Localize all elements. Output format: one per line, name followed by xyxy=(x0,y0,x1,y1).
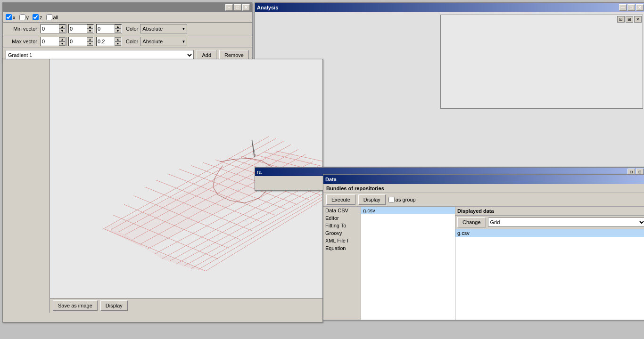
max-v1-up[interactable]: ▲ xyxy=(59,37,66,41)
min-vector-label: Min vector: xyxy=(6,26,39,32)
ra-text: ra xyxy=(257,169,262,175)
max-v2-arrows: ▲ ▼ xyxy=(87,37,93,46)
analysis-titlebar: Analysis — □ ✕ xyxy=(255,3,644,12)
min-v1-down[interactable]: ▼ xyxy=(59,29,66,33)
viz-side-panel xyxy=(3,59,50,313)
min-vector-row: Min vector: ▲ ▼ ▲ ▼ ▲ ▼ Color Absolute xyxy=(3,23,252,35)
max-vector-row: Max vector: ▲ ▼ ▲ ▼ ▲ ▼ Color Absolute xyxy=(3,35,252,48)
display-button[interactable]: Display xyxy=(100,300,128,311)
max-v2-up[interactable]: ▲ xyxy=(87,37,93,41)
displayed-item-gcsv[interactable]: g.csv xyxy=(455,229,644,237)
min-v1-arrows: ▲ ▼ xyxy=(59,24,66,33)
min-v2-down[interactable]: ▼ xyxy=(87,29,93,33)
checkbox-all-label: all xyxy=(53,15,58,20)
gradient-close-btn[interactable]: ✕ xyxy=(242,4,250,11)
min-v1-up[interactable]: ▲ xyxy=(59,24,66,29)
analysis-inner-titlebar: ⊡ ⊞ ✕ xyxy=(441,15,643,24)
bundle-list: Data CSV Editor Fitting To Groovy XML Fi… xyxy=(323,207,361,320)
bundle-item-equation[interactable]: Equation xyxy=(323,244,361,252)
checkbox-z[interactable] xyxy=(33,14,39,20)
checkbox-all[interactable] xyxy=(46,14,52,20)
min-v2-up[interactable]: ▲ xyxy=(87,24,93,29)
bundle-item-editor[interactable]: Editor xyxy=(323,214,361,222)
viz-window: Save as image Display xyxy=(2,59,323,323)
data-body: Data CSV Editor Fitting To Groovy XML Fi… xyxy=(323,207,644,320)
as-group-checkbox[interactable] xyxy=(388,197,395,203)
bundle-item-xmlfile[interactable]: XML File I xyxy=(323,237,361,244)
inner-restore-btn[interactable]: ⊡ xyxy=(617,16,625,23)
gradient-window-titlebar: − □ ✕ xyxy=(3,3,252,12)
checkbox-y[interactable] xyxy=(19,14,25,20)
min-v3-spinbox[interactable]: ▲ ▼ xyxy=(96,24,122,33)
max-color-dropdown[interactable]: Absolute xyxy=(140,37,187,46)
display-data-button[interactable]: Display xyxy=(358,194,386,205)
max-v3-spinbox[interactable]: ▲ ▼ xyxy=(96,37,122,46)
gradient-window-buttons: − □ ✕ xyxy=(225,4,250,11)
save-as-image-button[interactable]: Save as image xyxy=(53,300,98,311)
max-v1-spinbox[interactable]: ▲ ▼ xyxy=(41,37,66,46)
max-v1-arrows: ▲ ▼ xyxy=(59,37,66,46)
min-v1-spinbox[interactable]: ▲ ▼ xyxy=(41,24,66,33)
grid-dropdown[interactable]: Grid xyxy=(488,218,644,227)
min-v3-arrows: ▲ ▼ xyxy=(115,24,121,33)
displayed-list: g.csv xyxy=(455,229,644,320)
analysis-min-btn[interactable]: — xyxy=(619,4,627,11)
max-v2-spinbox[interactable]: ▲ ▼ xyxy=(68,37,94,46)
max-color-label: Color xyxy=(126,39,138,44)
as-group-wrap: as group xyxy=(388,197,416,203)
min-v2-spinbox[interactable]: ▲ ▼ xyxy=(68,24,94,33)
analysis-max-btn[interactable]: □ xyxy=(627,4,635,11)
bundle-item-groovy[interactable]: Groovy xyxy=(323,229,361,237)
min-color-value: Absolute xyxy=(142,26,163,32)
checkbox-x[interactable] xyxy=(6,14,12,20)
inner-expand-btn[interactable]: ⊞ xyxy=(626,16,633,23)
max-color-value: Absolute xyxy=(142,39,163,44)
bundle-item-datacsv[interactable]: Data CSV xyxy=(323,207,361,214)
data-action-toolbar: Execute Display as group xyxy=(323,193,644,207)
max-v1-down[interactable]: ▼ xyxy=(59,41,66,46)
min-color-dropdown[interactable]: Absolute xyxy=(140,24,187,33)
max-v3-down[interactable]: ▼ xyxy=(115,41,121,46)
analysis-title-buttons: — □ ✕ xyxy=(619,4,644,11)
max-v2-down[interactable]: ▼ xyxy=(87,41,93,46)
displayed-toolbar: Change Grid xyxy=(455,216,644,229)
max-v3-up[interactable]: ▲ xyxy=(115,37,121,41)
checkbox-x-label: x xyxy=(13,15,16,20)
execute-button[interactable]: Execute xyxy=(326,194,355,205)
bundle-item-fitting[interactable]: Fitting To xyxy=(323,222,361,229)
checkbox-z-wrap: z xyxy=(33,14,42,20)
min-v2-arrows: ▲ ▼ xyxy=(87,24,93,33)
min-color-label: Color xyxy=(126,26,138,32)
analysis-close-btn[interactable]: ✕ xyxy=(636,4,644,11)
data-titlebar: Data xyxy=(323,175,644,184)
repositories-panel: g.csv xyxy=(361,207,455,320)
max-v3-arrows: ▲ ▼ xyxy=(115,37,121,46)
inner-close-btn[interactable]: ✕ xyxy=(634,16,642,23)
displayed-panel: Displayed data Change Grid g.csv xyxy=(455,207,644,320)
checkbox-y-wrap: y xyxy=(19,14,29,20)
displayed-data-header: Displayed data xyxy=(455,207,644,216)
gradient-editor-window: − □ ✕ x y z all Min vector: ▲ ▼ xyxy=(2,2,252,63)
bundles-header: Bundles of repositories xyxy=(326,186,384,191)
data-content: Bundles of repositories Execute Display … xyxy=(323,184,644,320)
min-v3-down[interactable]: ▼ xyxy=(115,29,121,33)
max-vector-label: Max vector: xyxy=(6,39,39,44)
checkbox-z-label: z xyxy=(40,15,42,20)
data-title: Data xyxy=(325,177,337,182)
data-window: Data Bundles of repositories Execute Dis… xyxy=(323,174,644,320)
viz-footer: Save as image Display xyxy=(50,298,322,313)
data-bundles-toolbar: Bundles of repositories xyxy=(323,184,644,193)
checkbox-all-wrap: all xyxy=(46,14,58,20)
analysis-title: Analysis xyxy=(257,5,278,10)
checkbox-y-label: y xyxy=(26,15,29,20)
min-v3-up[interactable]: ▲ xyxy=(115,24,121,29)
gradient-minimize-btn[interactable]: − xyxy=(225,4,233,11)
gradient-checkboxes-row: x y z all xyxy=(3,12,252,23)
as-group-label: as group xyxy=(396,197,416,202)
gradient-maximize-btn[interactable]: □ xyxy=(234,4,241,11)
checkbox-x-wrap: x xyxy=(6,14,16,20)
bundles-panel: Data CSV Editor Fitting To Groovy XML Fi… xyxy=(323,207,361,320)
repo-item-gcsv[interactable]: g.csv xyxy=(361,207,455,214)
analysis-inner-panel: ⊡ ⊞ ✕ xyxy=(440,15,643,109)
change-button[interactable]: Change xyxy=(457,217,486,227)
